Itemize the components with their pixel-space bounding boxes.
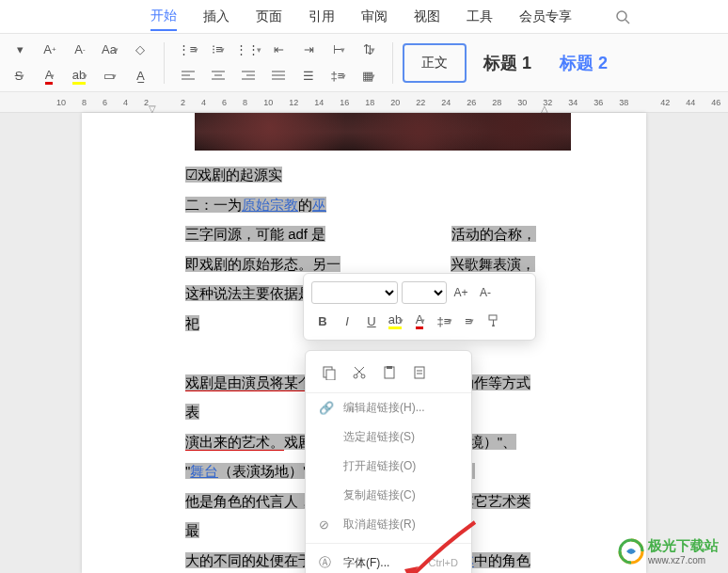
bold-button[interactable]: B bbox=[311, 310, 334, 332]
decrease-font-icon[interactable]: A- bbox=[68, 40, 92, 60]
highlight-button[interactable]: ab▾ bbox=[385, 310, 407, 332]
svg-point-17 bbox=[354, 374, 357, 378]
search-icon[interactable] bbox=[615, 9, 630, 24]
font-family-select[interactable] bbox=[311, 281, 398, 304]
font-name-dropdown[interactable]: ▾ bbox=[8, 40, 32, 60]
tab-member[interactable]: 会员专享 bbox=[519, 4, 572, 30]
svg-rect-16 bbox=[326, 370, 335, 380]
svg-rect-23 bbox=[415, 367, 424, 378]
strike-icon[interactable]: S▾ bbox=[8, 66, 32, 87]
change-case-icon[interactable]: Aa▾ bbox=[98, 40, 122, 60]
document-area: ☑戏剧的起源实 二：一为原始宗教的巫 三字同源，可能 adf 是________… bbox=[0, 113, 728, 573]
menu-open-hyperlink[interactable]: 打开超链接(O) bbox=[306, 452, 471, 481]
svg-rect-14 bbox=[489, 315, 497, 320]
menu-font[interactable]: Ⓐ字体(F)...Ctrl+D bbox=[306, 548, 471, 573]
menu-copy-hyperlink[interactable]: 复制超链接(C) bbox=[306, 481, 471, 510]
highlight-icon[interactable]: ab▾ bbox=[68, 66, 92, 87]
tab-page[interactable]: 页面 bbox=[256, 4, 282, 30]
border-icon[interactable]: ▦▾ bbox=[356, 66, 381, 87]
clear-format-icon[interactable]: ◇ bbox=[128, 40, 152, 60]
align-button[interactable]: ≡▾ bbox=[458, 310, 481, 332]
italic-button[interactable]: I bbox=[336, 310, 358, 332]
font-menu-icon: Ⓐ bbox=[319, 554, 334, 571]
line-spacing-button[interactable]: ‡≡▾ bbox=[434, 310, 456, 332]
underline-button[interactable]: U bbox=[360, 310, 383, 332]
paste-special-icon[interactable] bbox=[409, 362, 430, 383]
tab-start[interactable]: 开始 bbox=[150, 3, 177, 31]
svg-line-20 bbox=[355, 367, 362, 374]
tab-insert[interactable]: 插入 bbox=[203, 4, 229, 30]
tab-view[interactable]: 视图 bbox=[414, 4, 440, 30]
font-size-select[interactable] bbox=[402, 281, 447, 304]
increase-font-icon[interactable]: A+ bbox=[38, 40, 62, 60]
increase-font-button[interactable]: A+ bbox=[451, 282, 471, 303]
style-heading1[interactable]: 标题 1 bbox=[472, 46, 543, 80]
menu-select-hyperlink[interactable]: 选定超链接(S) bbox=[306, 422, 471, 452]
paste-icon[interactable] bbox=[379, 362, 400, 383]
tab-tools[interactable]: 工具 bbox=[467, 4, 493, 30]
menu-cancel-hyperlink[interactable]: ⊘取消超链接(R) bbox=[306, 510, 471, 539]
svg-line-19 bbox=[356, 367, 364, 374]
logo-icon bbox=[618, 538, 644, 565]
watermark-logo: 极光下载站 www.xz7.com bbox=[618, 537, 719, 565]
align-right-icon[interactable] bbox=[236, 66, 261, 87]
link-icon: 🔗 bbox=[319, 401, 334, 415]
svg-point-18 bbox=[361, 374, 365, 378]
char-border-icon[interactable]: A̲ bbox=[128, 66, 152, 87]
logo-url: www.xz7.com bbox=[648, 555, 719, 565]
align-left-icon[interactable] bbox=[176, 66, 200, 87]
line-spacing-icon[interactable]: ‡≡▾ bbox=[326, 66, 351, 87]
menu-edit-hyperlink[interactable]: 🔗编辑超链接(H)... bbox=[306, 393, 471, 422]
svg-point-0 bbox=[617, 11, 626, 21]
font-color-icon[interactable]: A▾ bbox=[38, 66, 62, 87]
distribute-icon[interactable]: ☰ bbox=[296, 66, 321, 87]
cut-icon[interactable] bbox=[349, 362, 370, 383]
copy-icon[interactable] bbox=[319, 362, 340, 383]
sort-icon[interactable]: ⇅▾ bbox=[356, 40, 381, 60]
document-image[interactable] bbox=[195, 113, 571, 151]
tab-review[interactable]: 审阅 bbox=[361, 4, 388, 30]
align-center-icon[interactable] bbox=[206, 66, 230, 87]
indent-icon[interactable]: ⇥ bbox=[296, 40, 321, 60]
ribbon-toolbar: ▾ A+ A- Aa▾ ◇ S▾ A▾ ab▾ ▭▾ A̲ ⋮≡▾ ⁝≡▾ ⋮⋮… bbox=[0, 34, 728, 92]
shading-icon[interactable]: ▭▾ bbox=[98, 66, 122, 87]
bullets-icon[interactable]: ⋮≡▾ bbox=[176, 40, 200, 60]
format-painter-button[interactable] bbox=[483, 310, 505, 332]
logo-name: 极光下载站 bbox=[648, 537, 719, 555]
tab-reference[interactable]: 引用 bbox=[309, 4, 335, 30]
align-justify-icon[interactable] bbox=[266, 66, 291, 87]
tab-stop-icon[interactable]: ⊢▾ bbox=[326, 40, 351, 60]
font-color-button[interactable]: A▾ bbox=[409, 310, 432, 332]
ribbon-tabs: 开始 插入 页面 引用 审阅 视图 工具 会员专享 bbox=[0, 0, 728, 34]
outdent-icon[interactable]: ⇤ bbox=[266, 40, 291, 60]
style-body[interactable]: 正文 bbox=[403, 43, 467, 83]
unlink-icon: ⊘ bbox=[319, 517, 334, 532]
svg-line-1 bbox=[625, 20, 629, 24]
mini-format-toolbar: A+ A- B I U ab▾ A▾ ‡≡▾ ≡▾ bbox=[303, 273, 536, 341]
context-menu: 🔗编辑超链接(H)... 选定超链接(S) 打开超链接(O) 复制超链接(C) … bbox=[305, 350, 472, 573]
svg-rect-22 bbox=[387, 366, 392, 369]
horizontal-ruler[interactable]: 1086422468101214161820222426283032343638… bbox=[0, 92, 728, 113]
style-heading2[interactable]: 标题 2 bbox=[548, 46, 619, 80]
numbering-icon[interactable]: ⁝≡▾ bbox=[206, 40, 230, 60]
decrease-font-button[interactable]: A- bbox=[475, 282, 496, 303]
multilevel-icon[interactable]: ⋮⋮▾ bbox=[236, 40, 261, 60]
